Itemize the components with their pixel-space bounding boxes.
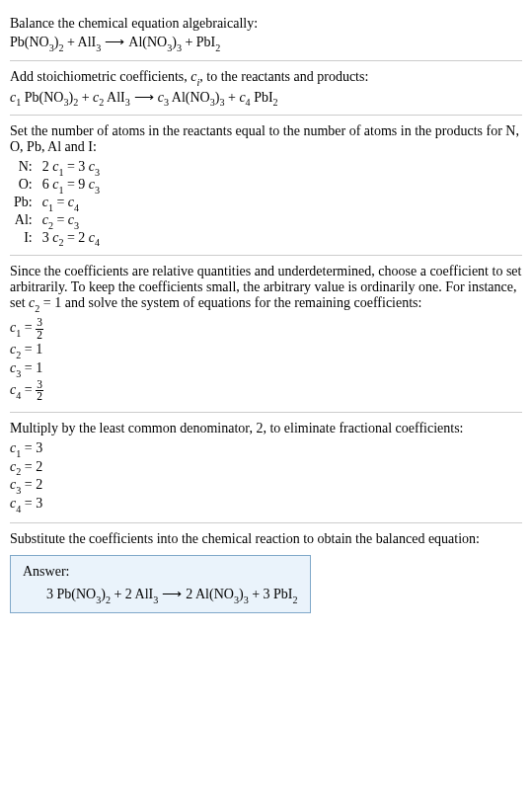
section-problem: Balance the chemical equation algebraica… bbox=[10, 8, 522, 61]
coeff-c2: c2 = 2 bbox=[10, 459, 522, 477]
table-row: I: 3 c2 = 2 c4 bbox=[10, 230, 104, 248]
element-label: N: bbox=[10, 159, 38, 177]
coeff-c1: c1 = 3 bbox=[10, 440, 522, 458]
equation-unbalanced: Pb(NO3)2 + AlI3⟶Al(NO3)3 + PbI2 bbox=[10, 34, 522, 52]
element-equation: 2 c1 = 3 c3 bbox=[38, 159, 104, 177]
coeff-c4: c4 = 32 bbox=[10, 379, 522, 403]
coeff-c2: c2 = 1 bbox=[10, 342, 522, 359]
atom-balance-table: N: 2 c1 = 3 c3 O: 6 c1 = 9 c3 Pb: c1 = c… bbox=[10, 159, 104, 247]
element-label: Al: bbox=[10, 212, 38, 230]
heading-post: , to the reactants and products: bbox=[199, 69, 368, 84]
heading-integer: Multiply by the least common denominator… bbox=[10, 421, 522, 436]
answer-box: Answer: 3 Pb(NO3)2 + 2 AlI3⟶2 Al(NO3)3 +… bbox=[10, 555, 311, 613]
equation-with-coeffs: c1 Pb(NO3)2 + c2 AlI3⟶c3 Al(NO3)3 + c4 P… bbox=[10, 89, 522, 108]
coeff-c1: c1 = 32 bbox=[10, 317, 522, 341]
element-label: O: bbox=[10, 177, 38, 195]
section-solve: Since the coefficients are relative quan… bbox=[10, 256, 522, 412]
frac-num: 3 bbox=[36, 317, 43, 329]
frac-den: 2 bbox=[36, 391, 43, 402]
heading-pre: Add stoichiometric coefficients, bbox=[10, 69, 190, 84]
answer-label: Answer: bbox=[23, 564, 298, 580]
table-row: N: 2 c1 = 3 c3 bbox=[10, 159, 104, 177]
table-row: Al: c2 = c3 bbox=[10, 212, 104, 230]
section-integer: Multiply by the least common denominator… bbox=[10, 413, 522, 523]
element-equation: c1 = c4 bbox=[38, 195, 104, 212]
heading-solve: Since the coefficients are relative quan… bbox=[10, 264, 522, 313]
frac-den: 2 bbox=[36, 330, 43, 341]
fractional-coefficients: c1 = 32 c2 = 1 c3 = 1 c4 = 32 bbox=[10, 317, 522, 403]
section-coefficients: Add stoichiometric coefficients, ci, to … bbox=[10, 61, 522, 117]
section-answer: Substitute the coefficients into the che… bbox=[10, 523, 522, 621]
table-row: O: 6 c1 = 9 c3 bbox=[10, 177, 104, 195]
coeff-c3: c3 = 2 bbox=[10, 477, 522, 495]
integer-coefficients: c1 = 3 c2 = 2 c3 = 2 c4 = 3 bbox=[10, 440, 522, 514]
element-label: Pb: bbox=[10, 195, 38, 212]
heading-coefficients: Add stoichiometric coefficients, ci, to … bbox=[10, 69, 522, 87]
element-equation: 6 c1 = 9 c3 bbox=[38, 177, 104, 195]
coeff-c3: c3 = 1 bbox=[10, 360, 522, 378]
element-equation: 3 c2 = 2 c4 bbox=[38, 230, 104, 248]
ci-symbol: ci bbox=[190, 69, 199, 84]
coeff-c4: c4 = 3 bbox=[10, 496, 522, 514]
element-equation: c2 = c3 bbox=[38, 212, 104, 230]
table-row: Pb: c1 = c4 bbox=[10, 195, 104, 212]
section-atom-balance: Set the number of atoms in the reactants… bbox=[10, 116, 522, 256]
heading-atom-balance: Set the number of atoms in the reactants… bbox=[10, 123, 522, 155]
heading-answer: Substitute the coefficients into the che… bbox=[10, 531, 522, 547]
element-label: I: bbox=[10, 230, 38, 248]
heading-problem: Balance the chemical equation algebraica… bbox=[10, 16, 522, 32]
balanced-equation: 3 Pb(NO3)2 + 2 AlI3⟶2 Al(NO3)3 + 3 PbI2 bbox=[23, 586, 298, 604]
